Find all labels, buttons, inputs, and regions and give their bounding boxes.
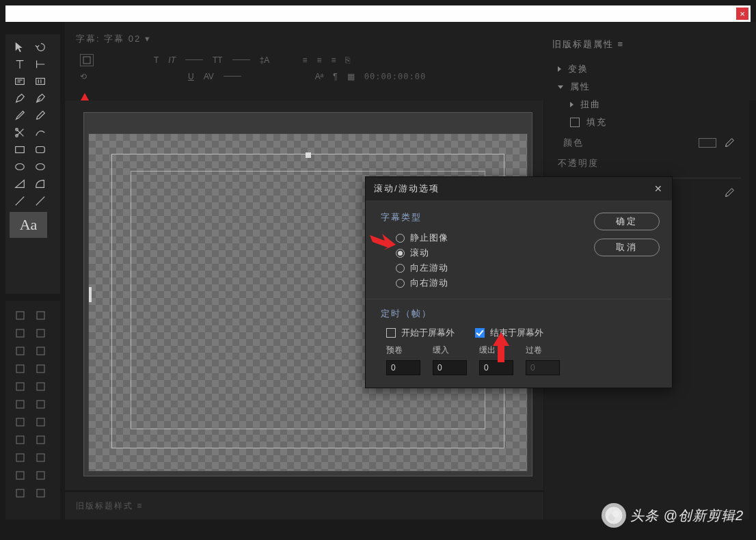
arrow-icon[interactable] <box>10 38 30 55</box>
rp-opacity-label: 不透明度 <box>552 154 741 172</box>
svg-rect-19 <box>37 401 44 408</box>
svg-rect-8 <box>16 312 24 319</box>
checkbox-icon[interactable] <box>570 118 580 127</box>
secondary-tool-1[interactable] <box>30 306 51 324</box>
radio-2[interactable]: 向左游动 <box>381 260 657 275</box>
timecode[interactable]: 00:00:00:00 <box>364 72 426 81</box>
eyedropper-icon[interactable] <box>723 187 735 199</box>
svg-rect-11 <box>37 329 44 337</box>
undo-icon[interactable] <box>30 38 51 55</box>
leading-icon[interactable]: ‡A <box>260 55 270 65</box>
line2-icon[interactable] <box>30 192 51 209</box>
watermark-text: 头条 @创新剪辑2 <box>630 507 744 525</box>
secondary-tool-5[interactable] <box>30 342 51 360</box>
t-icon[interactable]: T <box>154 55 159 65</box>
rp-fill[interactable]: 填充 <box>552 113 741 131</box>
secondary-tool-2[interactable] <box>10 324 30 342</box>
rp-distort[interactable]: 扭曲 <box>552 96 741 113</box>
tab-icon[interactable]: ⎘ <box>345 55 350 65</box>
ellipse-icon[interactable] <box>10 158 30 175</box>
close-icon[interactable]: ✕ <box>654 183 664 194</box>
secondary-tool-3[interactable] <box>30 324 51 342</box>
timing-col-input[interactable]: 0 <box>433 360 467 375</box>
text-icon[interactable] <box>10 55 30 72</box>
secondary-tool-20[interactable] <box>10 484 30 502</box>
cancel-button[interactable]: 取消 <box>594 239 660 256</box>
secondary-tool-18[interactable] <box>10 466 30 484</box>
dialog-titlebar[interactable]: 滚动/游动选项 ✕ <box>366 177 672 200</box>
start-offscreen-checkbox[interactable]: 开始于屏幕外 <box>386 327 455 339</box>
secondary-tool-7[interactable] <box>30 360 51 377</box>
secondary-tool-14[interactable] <box>10 431 30 448</box>
svg-rect-24 <box>16 454 24 461</box>
type-style-tile[interactable]: Aa <box>10 212 47 238</box>
size-seg <box>185 59 203 61</box>
divider <box>366 299 672 299</box>
svg-rect-15 <box>37 365 44 373</box>
brush-icon[interactable] <box>10 107 30 124</box>
timing-col-input[interactable]: 0 <box>386 360 420 375</box>
path-icon[interactable] <box>30 124 51 141</box>
rp-props[interactable]: 属性 <box>552 78 741 96</box>
pen2-icon[interactable] <box>30 90 51 107</box>
secondary-tool-0[interactable] <box>10 306 30 324</box>
checkbox-icon <box>386 328 396 338</box>
arc-icon[interactable] <box>30 175 51 192</box>
align-center-icon[interactable]: ≡ <box>316 55 321 65</box>
radio-3[interactable]: 向右游动 <box>381 275 657 291</box>
baseline-icon[interactable]: Aª <box>315 72 323 81</box>
svg-rect-27 <box>37 472 44 479</box>
svg-rect-0 <box>16 78 25 84</box>
roll-icon[interactable]: ⟲ <box>80 72 87 81</box>
triangle-icon[interactable] <box>10 175 30 192</box>
rect-icon[interactable] <box>10 141 30 158</box>
secondary-tool-21[interactable] <box>30 484 51 502</box>
svg-rect-14 <box>16 365 24 373</box>
secondary-tool-17[interactable] <box>30 448 51 466</box>
eyedrop-icon[interactable] <box>30 107 51 124</box>
secondary-tool-15[interactable] <box>30 431 51 448</box>
ellipse2-icon[interactable] <box>30 158 51 175</box>
secondary-tool-12[interactable] <box>10 413 30 431</box>
secondary-tool-9[interactable] <box>30 377 51 395</box>
u-icon[interactable]: U <box>188 72 194 81</box>
secondary-tool-11[interactable] <box>30 395 51 413</box>
tt-icon[interactable]: TT <box>213 55 223 65</box>
secondary-tool-8[interactable] <box>10 377 30 395</box>
secondary-tool-13[interactable] <box>30 413 51 431</box>
eyedropper-icon[interactable] <box>723 137 735 149</box>
textbox2-icon[interactable] <box>30 72 51 90</box>
timing-col-label: 过卷 <box>526 345 560 356</box>
svg-rect-13 <box>37 347 44 355</box>
scissors-icon[interactable] <box>10 124 30 141</box>
handle-left[interactable] <box>89 287 92 302</box>
align-left-icon[interactable]: ≡ <box>302 55 307 65</box>
rp-transform[interactable]: 变换 <box>552 60 741 78</box>
svg-rect-17 <box>37 383 44 390</box>
dir-icon[interactable]: ¶ <box>333 72 337 81</box>
pen-icon[interactable] <box>10 90 30 107</box>
handle-top[interactable] <box>306 152 311 158</box>
secondary-tool-6[interactable] <box>10 360 30 377</box>
it-icon[interactable]: IT <box>168 55 176 65</box>
kern-icon[interactable]: AV <box>204 72 214 81</box>
secondary-tool-16[interactable] <box>10 448 30 466</box>
rp-color-label: 颜色 <box>558 134 589 152</box>
secondary-tool-19[interactable] <box>30 466 51 484</box>
right-panel-title[interactable]: 旧版标题属性 ≡ <box>552 38 741 51</box>
svg-rect-5 <box>36 146 45 152</box>
secondary-tool-10[interactable] <box>10 395 30 413</box>
bottom-styles-bar[interactable]: 旧版标题样式 ≡ <box>65 492 543 519</box>
ok-button[interactable]: 确定 <box>594 213 660 230</box>
template-icon[interactable] <box>80 54 94 66</box>
textbox-icon[interactable] <box>10 72 30 90</box>
roundrect-icon[interactable] <box>30 141 51 158</box>
svg-rect-25 <box>37 454 44 461</box>
vtext-icon[interactable] <box>30 55 51 72</box>
align-right-icon[interactable]: ≡ <box>331 55 336 65</box>
close-window-button[interactable]: ✕ <box>736 8 748 20</box>
line-icon[interactable] <box>10 192 30 209</box>
color-swatch[interactable] <box>699 138 716 148</box>
secondary-tool-4[interactable] <box>10 342 30 360</box>
grid-icon[interactable]: ▦ <box>347 72 355 81</box>
